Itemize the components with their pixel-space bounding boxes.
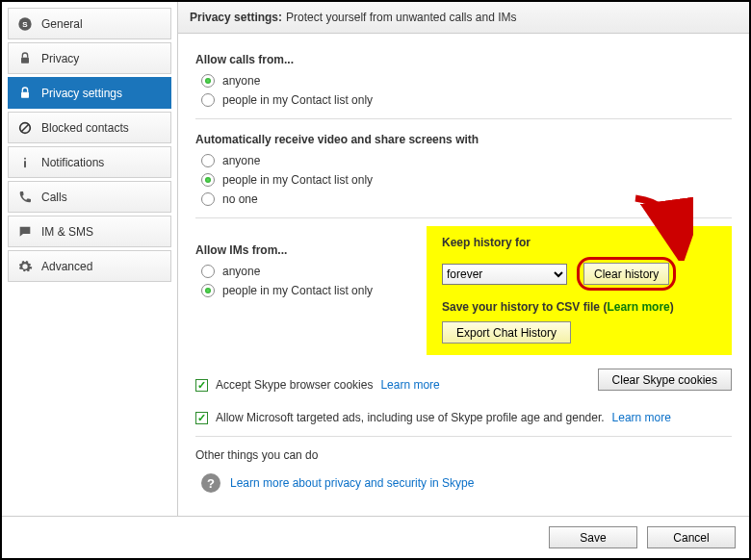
ims-history-row: Allow IMs from... anyone people in my Co…	[195, 230, 732, 355]
history-controls: forever Clear history	[442, 257, 716, 291]
option-label: people in my Contact list only	[222, 93, 373, 107]
ims-option-contacts[interactable]: people in my Contact list only	[201, 284, 417, 297]
other-learn-row: ? Learn more about privacy and security …	[201, 473, 732, 493]
content-header: Privacy settings: Protect yourself from …	[178, 2, 749, 34]
option-label: anyone	[222, 74, 260, 88]
gear-icon	[16, 258, 34, 275]
targeted-ads-learn-link[interactable]: Learn more	[612, 411, 671, 424]
history-learn-more-link[interactable]: Learn more	[607, 300, 669, 314]
callout-ring: Clear history	[577, 257, 676, 291]
sidebar-item-label: Privacy settings	[41, 87, 122, 100]
sidebar-item-label: Privacy	[41, 52, 79, 65]
radio-icon	[201, 284, 215, 297]
history-highlight-box: Keep history for forever Clear history S…	[427, 226, 732, 355]
section-calls-title: Allow calls from...	[195, 53, 732, 66]
history-save-label: Save your history to CSV file (Learn mor…	[442, 300, 716, 314]
sidebar-item-calls[interactable]: Calls	[8, 181, 171, 213]
option-label: no one	[222, 192, 258, 206]
divider	[195, 436, 732, 437]
lock-icon	[16, 50, 34, 67]
video-option-anyone[interactable]: anyone	[201, 154, 732, 167]
checkbox-icon	[195, 412, 208, 424]
sidebar-item-label: General	[41, 17, 83, 31]
privacy-security-learn-link[interactable]: Learn more about privacy and security in…	[230, 476, 474, 490]
sidebar-item-imsms[interactable]: IM & SMS	[8, 216, 171, 247]
chat-icon	[16, 223, 34, 241]
lock-open-icon	[16, 85, 34, 102]
option-label: anyone	[222, 154, 260, 167]
accept-cookies-label: Accept Skype browser cookies	[216, 378, 373, 392]
sidebar-item-label: Advanced	[41, 260, 92, 273]
content-pane: Privacy settings: Protect yourself from …	[178, 2, 749, 516]
sidebar-item-privacy[interactable]: Privacy	[8, 42, 171, 74]
sidebar-item-blocked[interactable]: Blocked contacts	[8, 112, 171, 143]
ims-column: Allow IMs from... anyone people in my Co…	[195, 230, 417, 303]
section-ims-title: Allow IMs from...	[195, 243, 417, 257]
help-icon: ?	[201, 473, 220, 493]
history-title: Keep history for	[442, 236, 716, 249]
option-label: people in my Contact list only	[222, 284, 373, 297]
option-label: anyone	[222, 265, 260, 278]
content-scroll[interactable]: Allow calls from... anyone people in my …	[178, 34, 749, 516]
sidebar-item-label: Blocked contacts	[41, 121, 129, 135]
calls-option-anyone[interactable]: anyone	[201, 74, 732, 88]
sidebar-item-general[interactable]: S General	[8, 8, 171, 39]
divider	[195, 217, 732, 218]
dialog-footer: Save Cancel	[2, 516, 749, 558]
info-icon	[16, 154, 34, 171]
calls-option-contacts[interactable]: people in my Contact list only	[201, 93, 732, 107]
svg-rect-6	[24, 157, 26, 159]
options-window: S General Privacy Privacy settings	[0, 0, 751, 560]
clear-cookies-button[interactable]: Clear Skype cookies	[598, 369, 732, 391]
radio-icon	[201, 74, 215, 88]
svg-rect-2	[21, 57, 29, 63]
sidebar-item-notifications[interactable]: Notifications	[8, 146, 171, 178]
section-video-title: Automatically receive video and share sc…	[195, 133, 732, 146]
targeted-ads-label: Allow Microsoft targeted ads, including …	[216, 411, 605, 424]
radio-icon	[201, 154, 215, 167]
svg-rect-3	[21, 91, 29, 97]
sidebar-item-advanced[interactable]: Advanced	[8, 250, 171, 282]
video-option-noone[interactable]: no one	[201, 192, 732, 206]
ims-option-anyone[interactable]: anyone	[201, 265, 417, 278]
accept-cookies-row[interactable]: Accept Skype browser cookies Learn more	[195, 378, 598, 392]
video-option-contacts[interactable]: people in my Contact list only	[201, 173, 732, 187]
cancel-button[interactable]: Cancel	[647, 526, 736, 548]
radio-icon	[201, 265, 215, 278]
option-label: people in my Contact list only	[222, 173, 373, 187]
svg-text:S: S	[22, 19, 28, 28]
blocked-icon	[16, 119, 34, 137]
sidebar-item-label: Notifications	[41, 156, 104, 169]
radio-icon	[201, 173, 215, 187]
radio-icon	[201, 192, 215, 206]
divider	[195, 118, 732, 119]
checkbox-icon	[195, 379, 208, 392]
header-subtitle: Protect yourself from unwanted calls and…	[286, 11, 516, 24]
svg-line-5	[21, 124, 29, 132]
phone-icon	[16, 189, 34, 206]
sidebar-item-privacy-settings[interactable]: Privacy settings	[8, 77, 171, 109]
skype-icon: S	[16, 15, 34, 33]
sidebar-item-label: Calls	[41, 191, 67, 204]
accept-cookies-learn-link[interactable]: Learn more	[380, 378, 439, 392]
other-section-title: Other things you can do	[195, 448, 732, 462]
history-duration-select[interactable]: forever	[442, 264, 567, 285]
radio-icon	[201, 93, 215, 107]
sidebar: S General Privacy Privacy settings	[2, 2, 178, 516]
top-pane: S General Privacy Privacy settings	[2, 2, 749, 516]
export-chat-history-button[interactable]: Export Chat History	[442, 321, 571, 344]
clear-history-button[interactable]: Clear history	[583, 263, 669, 285]
save-button[interactable]: Save	[549, 526, 637, 548]
header-title: Privacy settings:	[190, 11, 282, 24]
sidebar-item-label: IM & SMS	[41, 225, 93, 239]
svg-rect-7	[24, 161, 26, 167]
targeted-ads-row[interactable]: Allow Microsoft targeted ads, including …	[195, 411, 732, 424]
